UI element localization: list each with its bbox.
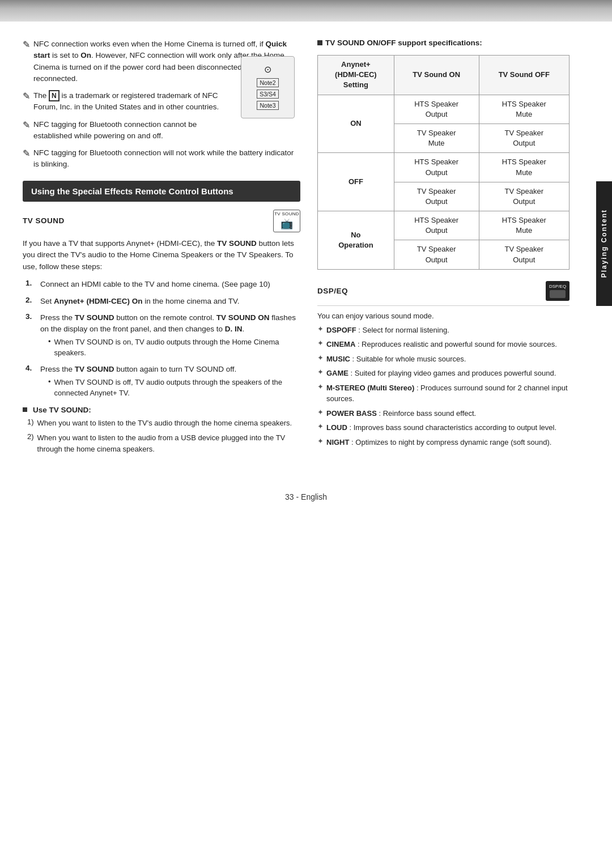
- on-tv-sound-off-2: TV SpeakerOutput: [479, 124, 569, 152]
- dsp-header: DSP/EQ DSP/EQ: [317, 281, 570, 306]
- right-column: TV SOUND ON/OFF support specifications: …: [317, 39, 589, 458]
- row-on-label: ON: [318, 95, 394, 153]
- dsp-intro-text: You can enjoy various sound mode.: [317, 312, 570, 320]
- nfc-device-image: ⊙ Note2 S3/S4 Note3: [241, 56, 295, 118]
- table-title-bullet: [317, 40, 322, 45]
- table-row: ON HTS SpeakerOutput HTS SpeakerMute: [318, 95, 570, 124]
- bullet-item-4: ✎ NFC tagging for Bluetooth connection w…: [23, 147, 300, 171]
- row-off-label: OFF: [318, 153, 394, 211]
- tv-sound-label: TV SOUND: [23, 216, 65, 225]
- dsp-icon-shape: [550, 290, 566, 298]
- dsp-item-loud: ✦ LOUD : Improves bass sound characteris…: [317, 422, 570, 433]
- row-no-op-label: NoOperation: [318, 211, 394, 270]
- col-header-2: TV Sound ON: [394, 56, 479, 95]
- nfc-note2: Note2: [257, 78, 278, 87]
- tv-sound-description: If you have a TV that supports Anynet+ (…: [23, 238, 300, 274]
- use-tv-sound-title: Use TV SOUND:: [33, 406, 91, 414]
- bullet-text-2: The N is a trademark or registered trade…: [33, 90, 235, 113]
- bullet-text-3: NFC tagging for Bluetooth connection can…: [33, 119, 235, 142]
- table-row: NoOperation HTS SpeakerOutput HTS Speake…: [318, 211, 570, 240]
- step-4: 4. Press the TV SOUND button again to tu…: [26, 364, 300, 399]
- tv-sound-section: TV SOUND TV SOUND 📺 If you have a TV tha…: [23, 210, 300, 399]
- table-title: TV SOUND ON/OFF support specifications:: [317, 39, 570, 47]
- use-tv-sound-section: Use TV SOUND: 1) When you want to listen…: [23, 406, 300, 455]
- dsp-item-night: ✦ NIGHT : Optimizes to night by compress…: [317, 437, 570, 448]
- nfc-bullet-icon-2: ✎: [23, 91, 30, 101]
- dsp-icon-label: DSP/EQ: [549, 284, 566, 289]
- dsp-section: DSP/EQ DSP/EQ You can enjoy various soun…: [317, 281, 570, 448]
- on-tv-sound-on-2: TV SpeakerMute: [394, 124, 479, 152]
- tv-sound-steps: 1. Connect an HDMI cable to the TV and h…: [26, 279, 300, 399]
- noop-tv-sound-on-2: TV SpeakerOutput: [394, 240, 479, 269]
- dsp-item-music: ✦ MUSIC : Suitable for whole music sourc…: [317, 354, 570, 365]
- dsp-item-game: ✦ GAME : Suited for playing video games …: [317, 368, 570, 379]
- step-3-subbullet: • When TV SOUND is on, TV audio outputs …: [48, 337, 300, 359]
- off-tv-sound-off-2: TV SpeakerOutput: [479, 182, 569, 211]
- use-tv-sound-item-2: 2) When you want to listen to the audio …: [27, 432, 300, 454]
- dsp-item-dspoff: ✦ DSPOFF : Select for normal listening.: [317, 325, 570, 336]
- on-tv-sound-on-1: HTS SpeakerOutput: [394, 95, 479, 124]
- dsp-item-powerbass: ✦ POWER BASS : Reinforce bass sound effe…: [317, 408, 570, 419]
- off-tv-sound-on-1: HTS SpeakerOutput: [394, 153, 479, 182]
- step-1: 1. Connect an HDMI cable to the TV and h…: [26, 279, 300, 290]
- nfc-s3s4: S3/S4: [257, 90, 279, 99]
- side-tab: Playing Content: [596, 181, 612, 306]
- bullet-text-4: NFC tagging for Bluetooth connection wil…: [33, 147, 300, 171]
- bullet-section: ✎ NFC connection works even when the Hom…: [23, 39, 300, 171]
- side-tab-text: Playing Content: [600, 209, 608, 278]
- nfc-bullet-icon-4: ✎: [23, 148, 30, 159]
- use-tv-sound-item-1: 1) When you want to listen to the TV's a…: [27, 418, 300, 429]
- tv-icon-symbol: 📺: [280, 218, 293, 230]
- nfc-note3: Note3: [257, 101, 278, 110]
- off-tv-sound-off-1: HTS SpeakerMute: [479, 153, 569, 182]
- specs-table: Anynet+(HDMI-CEC)Setting TV Sound ON TV …: [317, 55, 570, 270]
- left-column: ✎ NFC connection works even when the Hom…: [23, 39, 300, 458]
- step-4-subbullet: • When TV SOUND is off, TV audio outputs…: [48, 377, 300, 399]
- section-header-box: Using the Special Effects Remote Control…: [23, 181, 300, 202]
- bullet-item-3: ✎ NFC tagging for Bluetooth connection c…: [23, 119, 235, 142]
- tv-sound-header: TV SOUND TV SOUND 📺: [23, 210, 300, 232]
- dsp-icon: DSP/EQ: [546, 281, 570, 301]
- main-content: ✎ NFC connection works even when the Hom…: [0, 22, 612, 481]
- top-decorative-bar: [0, 0, 612, 22]
- table-title-text: TV SOUND ON/OFF support specifications:: [325, 39, 482, 47]
- page-footer: 33 - English: [0, 492, 612, 513]
- noop-tv-sound-on-1: HTS SpeakerOutput: [394, 211, 479, 240]
- bullet-item-2: ✎ The N is a trademark or registered tra…: [23, 90, 235, 113]
- on-tv-sound-off-1: HTS SpeakerMute: [479, 95, 569, 124]
- col-header-3: TV Sound OFF: [479, 56, 569, 95]
- dsp-item-mstereo: ✦ M-STEREO (Multi Stereo) : Produces sur…: [317, 382, 570, 405]
- use-tv-sound-header: Use TV SOUND:: [23, 406, 300, 414]
- col-header-1: Anynet+(HDMI-CEC)Setting: [318, 56, 394, 95]
- dsp-label: DSP/EQ: [317, 287, 348, 295]
- tv-sound-icon-label: TV SOUND: [274, 211, 299, 216]
- dsp-item-cinema: ✦ CINEMA : Reproduces realistic and powe…: [317, 339, 570, 350]
- step-3: 3. Press the TV SOUND button on the remo…: [26, 312, 300, 359]
- off-tv-sound-on-2: TV SpeakerOutput: [394, 182, 479, 211]
- square-bullet: [23, 407, 27, 412]
- nfc-bullet-icon-3: ✎: [23, 120, 30, 130]
- noop-tv-sound-off-1: HTS SpeakerMute: [479, 211, 569, 240]
- section-header-title: Using the Special Effects Remote Control…: [31, 186, 292, 196]
- nfc-bullet-icon-1: ✎: [23, 39, 30, 50]
- page-number: 33 - English: [285, 492, 327, 501]
- step-2: 2. Set Anynet+ (HDMI-CEC) On in the home…: [26, 296, 300, 307]
- noop-tv-sound-off-2: TV SpeakerOutput: [479, 240, 569, 269]
- tv-sound-icon: TV SOUND 📺: [273, 210, 300, 232]
- table-row: OFF HTS SpeakerOutput HTS SpeakerMute: [318, 153, 570, 182]
